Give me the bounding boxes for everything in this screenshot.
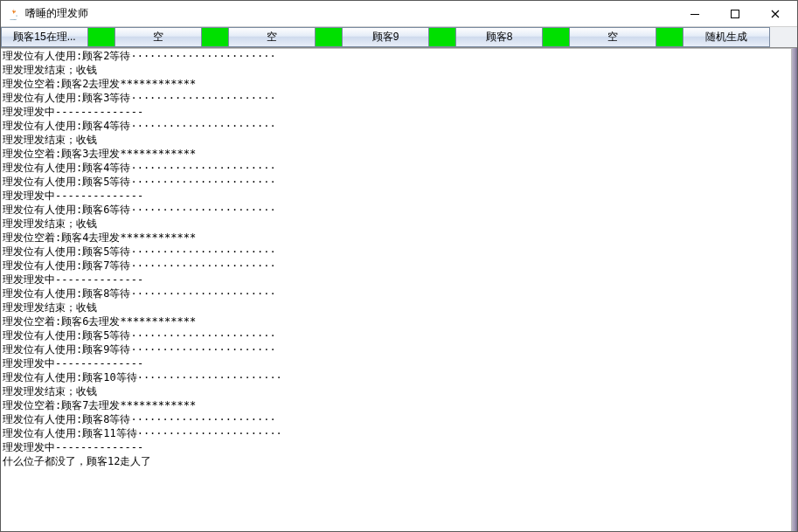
log-panel[interactable]: 理发位有人使用:顾客2等待·······················理发理发… xyxy=(1,48,792,531)
log-line: 理发位有人使用:顾客3等待······················· xyxy=(3,91,789,105)
toolbar-slot-1[interactable]: 空 xyxy=(114,27,202,47)
toolbar-gap-2 xyxy=(316,27,342,47)
log-line: 理发位有人使用:顾客5等待······················· xyxy=(3,175,789,189)
minimize-button[interactable] xyxy=(675,2,715,26)
log-line: 理发理发中-------------- xyxy=(3,105,789,119)
toolbar-slot-6[interactable]: 随机生成 xyxy=(683,27,770,47)
log-line: 理发位有人使用:顾客6等待······················· xyxy=(3,203,789,217)
log-line: 理发理发结束；收钱 xyxy=(3,63,789,77)
log-line: 理发位有人使用:顾客4等待······················· xyxy=(3,119,789,133)
toolbar-gap-4 xyxy=(543,27,569,47)
log-line: 理发位空着:顾客7去理发************ xyxy=(3,398,789,412)
toolbar-slot-5[interactable]: 空 xyxy=(569,27,656,47)
log-line: 理发位有人使用:顾客7等待······················· xyxy=(3,259,789,273)
log-line: 理发理发中-------------- xyxy=(3,273,789,287)
java-icon xyxy=(6,7,20,21)
toolbar-gap-1 xyxy=(202,27,228,47)
toolbar: 顾客15在理...空空顾客9顾客8空随机生成 xyxy=(1,27,797,48)
log-line: 理发位有人使用:顾客9等待······················· xyxy=(3,342,789,356)
log-line: 理发位有人使用:顾客5等待······················· xyxy=(3,245,789,259)
toolbar-slot-3[interactable]: 顾客9 xyxy=(342,27,429,47)
log-lines: 理发位有人使用:顾客2等待·······················理发理发… xyxy=(1,49,791,468)
toolbar-gap-0 xyxy=(88,27,114,47)
log-line: 理发位有人使用:顾客11等待······················· xyxy=(3,426,789,440)
content-area: 理发位有人使用:顾客2等待·······················理发理发… xyxy=(1,48,797,531)
toolbar-slot-4[interactable]: 顾客8 xyxy=(455,27,543,47)
toolbar-slot-2[interactable]: 空 xyxy=(228,27,316,47)
close-button[interactable] xyxy=(755,2,795,26)
log-line: 理发理发中-------------- xyxy=(3,440,789,454)
window-title: 嗜睡的理发师 xyxy=(25,6,675,21)
log-line: 理发位有人使用:顾客8等待······················· xyxy=(3,412,789,426)
log-line: 理发位有人使用:顾客10等待······················· xyxy=(3,370,789,384)
log-line: 理发位有人使用:顾客4等待······················· xyxy=(3,161,789,175)
log-line: 理发理发结束；收钱 xyxy=(3,301,789,314)
log-line: 理发位空着:顾客3去理发************ xyxy=(3,147,789,161)
log-line: 理发位有人使用:顾客2等待······················· xyxy=(3,49,789,63)
log-line: 理发理发中-------------- xyxy=(3,356,789,370)
svg-rect-0 xyxy=(690,14,699,15)
maximize-button[interactable] xyxy=(715,2,755,26)
window-buttons xyxy=(675,2,795,26)
toolbar-gap-3 xyxy=(429,27,455,47)
log-line: 理发位空着:顾客4去理发************ xyxy=(3,231,789,245)
log-line: 理发位有人使用:顾客5等待······················· xyxy=(3,328,789,342)
log-line: 理发理发结束；收钱 xyxy=(3,217,789,231)
toolbar-slot-0[interactable]: 顾客15在理... xyxy=(1,27,88,47)
toolbar-gap-5 xyxy=(656,27,683,47)
title-bar: 嗜睡的理发师 xyxy=(1,1,797,27)
log-line: 理发理发结束；收钱 xyxy=(3,133,789,147)
log-line: 理发位有人使用:顾客8等待······················· xyxy=(3,287,789,301)
log-line: 理发理发中-------------- xyxy=(3,189,789,203)
log-line: 什么位子都没了，顾客12走人了 xyxy=(3,454,789,468)
svg-rect-1 xyxy=(732,10,739,17)
right-edge-decoration xyxy=(792,48,797,531)
app-window: 嗜睡的理发师 顾客15在理...空空顾客9顾客8空随机生成 理发位有人使用:顾客… xyxy=(0,0,798,532)
log-line: 理发位空着:顾客6去理发************ xyxy=(3,314,789,328)
log-line: 理发理发结束；收钱 xyxy=(3,384,789,398)
log-line: 理发位空着:顾客2去理发************ xyxy=(3,77,789,91)
